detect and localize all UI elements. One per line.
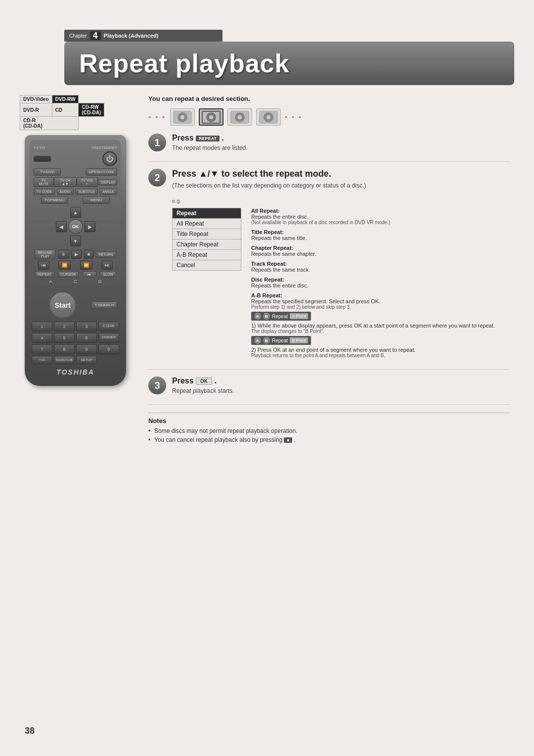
- dots-left: • • •: [148, 113, 166, 122]
- num-dimmer-btn[interactable]: DIMMER: [98, 333, 119, 343]
- notes-title: Notes: [148, 417, 509, 425]
- audio-btn[interactable]: AUDIO: [57, 189, 74, 195]
- remote-row-menu: TOPMENU MENU: [34, 196, 117, 204]
- menu-item-ab-repeat[interactable]: A-B Repeat: [172, 249, 241, 260]
- remote-row-transport: ⏮ ⏪ ⏩ ⏭: [34, 261, 117, 270]
- ab-display-a: A B Repeat A Point: [251, 312, 311, 321]
- tv-vol-btn[interactable]: TV VOL +-: [77, 177, 98, 187]
- stop-btn[interactable]: ■: [84, 250, 93, 259]
- remote-row-tv-io: TV I/O ON/STANDBY: [34, 145, 117, 150]
- disc-icon-4: [256, 108, 281, 126]
- numpad: 1 2 3 CLEAR 4 5 6 DIMMER 7 8 9 0 +10 MAI…: [32, 322, 119, 364]
- pause-btn[interactable]: ⏸: [58, 250, 69, 259]
- compat-dvd-video: DVD-Video: [20, 95, 52, 103]
- svg-point-8: [238, 115, 242, 119]
- power-btn[interactable]: ⏻: [102, 151, 117, 166]
- open-close-btn[interactable]: OPEN/CLOSE: [86, 168, 117, 176]
- slow-btn[interactable]: SLOW: [100, 271, 116, 278]
- num-4-btn[interactable]: 4: [32, 333, 52, 343]
- ab-repeat-desc: A-B Repeat: Repeats the specified segmen…: [251, 292, 509, 358]
- remote-row-tv-dvd: TV/DVD OPEN/CLOSE: [34, 168, 117, 176]
- section-label: Playback (Advanced): [104, 33, 159, 39]
- ok-btn[interactable]: OK: [68, 219, 83, 234]
- play-btn[interactable]: ▶: [71, 250, 82, 259]
- repeat-descs: All Repeat: Repeats the entire disc. (No…: [251, 208, 509, 362]
- tv-io-btn[interactable]: [34, 156, 51, 162]
- you-can-text: You can repeat a desired section.: [148, 95, 509, 102]
- page-number: 38: [25, 726, 35, 736]
- slow-fwd-btn[interactable]: ⏭: [83, 271, 96, 278]
- left-column: DVD-Video DVD-RW DVD-R CD CD-RW(CD-DA) C…: [20, 95, 138, 445]
- prev-btn[interactable]: ⏮: [38, 261, 49, 270]
- step-3-section: 3 Press OK . Repeat playback starts.: [148, 377, 509, 405]
- repeat-btn[interactable]: REPEAT: [35, 271, 54, 278]
- menu-item-all-repeat[interactable]: All Repeat: [172, 218, 241, 229]
- disc-icons-row: • • •: [148, 108, 509, 126]
- note-item-1: Some discs may not permit repeat playbac…: [148, 427, 509, 434]
- start-button[interactable]: Start: [49, 291, 76, 319]
- svg-point-2: [180, 115, 184, 119]
- dpad-right[interactable]: ▶: [85, 221, 95, 232]
- menu-item-title-repeat[interactable]: Title Repeat: [172, 229, 241, 239]
- remote-row-power: ⏻: [34, 151, 117, 166]
- menu-btn[interactable]: MENU: [83, 196, 110, 204]
- menu-item-cancel[interactable]: Cancel: [172, 260, 241, 271]
- num-0-btn[interactable]: 0: [98, 344, 119, 354]
- btn-a: A: [49, 279, 52, 284]
- btn-c: C: [74, 279, 77, 284]
- remote-control: TV I/O ON/STANDBY ⏻ TV/DVD OPEN/CLOSE TV…: [25, 135, 126, 386]
- dpad-left[interactable]: ◀: [56, 221, 67, 232]
- chapter-repeat-desc: Chapter Repeat: Repeats the same chapter…: [251, 245, 509, 257]
- top-menu-btn[interactable]: TOPMENU: [41, 196, 68, 204]
- tv-ch-btn[interactable]: TV CH ▲▼: [54, 177, 77, 187]
- compat-dvd-rw: DVD-RW: [52, 95, 79, 103]
- dpad-down[interactable]: ▼: [70, 236, 81, 246]
- all-repeat-desc: All Repeat: Repeats the entire disc. (No…: [251, 208, 509, 225]
- return-btn[interactable]: RETURN: [96, 251, 116, 258]
- fwd-btn[interactable]: ⏩: [80, 261, 92, 270]
- rew-btn[interactable]: ⏪: [58, 261, 71, 270]
- remote-row-abcd: A C D: [34, 279, 117, 284]
- step-1-content: Press REPEAT . The repeat modes are list…: [172, 134, 509, 154]
- menu-item-chapter-repeat[interactable]: Chapter Repeat: [172, 239, 241, 249]
- ab-step2-text: 2) Press OK at an end point of a segment…: [251, 347, 509, 353]
- step-2-circle: 2: [148, 169, 166, 187]
- resume-play-btn[interactable]: RESUMEPLAY: [35, 249, 55, 259]
- t-search-btn[interactable]: T.SEARCH: [91, 301, 117, 309]
- num-3-btn[interactable]: 3: [76, 322, 97, 331]
- step-3-title: Press OK .: [172, 377, 509, 385]
- num-2-btn[interactable]: 2: [54, 322, 75, 331]
- main-content: DVD-Video DVD-RW DVD-R CD CD-RW(CD-DA) C…: [20, 95, 514, 445]
- next-btn[interactable]: ⏭: [101, 261, 113, 270]
- disc-icon-3: [227, 108, 252, 126]
- notes-section: Notes Some discs may not permit repeat p…: [148, 413, 509, 443]
- num-plus10-btn[interactable]: +10: [32, 356, 52, 364]
- num-5-btn[interactable]: 5: [54, 333, 75, 343]
- num-setup-btn[interactable]: SETUP: [76, 356, 97, 364]
- repeat-menu-area: Repeat All Repeat Title Repeat Chapter R…: [172, 208, 509, 362]
- num-1-btn[interactable]: 1: [32, 322, 52, 331]
- dpad-up[interactable]: ▲: [70, 207, 81, 218]
- chapter-bar: Chapter 4 Playback (Advanced): [64, 30, 222, 42]
- dpad: ▲ ◀ OK ▶ ▼: [56, 207, 95, 246]
- angle-btn[interactable]: ANGLE: [99, 189, 117, 195]
- tv-mute-btn[interactable]: TV MUTE: [34, 177, 54, 187]
- step-2-section: 2 Press ▲/▼ to select the repeat mode. (…: [148, 169, 509, 370]
- ab-step1-text: 1) While the above display appears, pres…: [251, 323, 509, 329]
- num-clear-btn[interactable]: CLEAR: [98, 322, 119, 331]
- cursor-btn[interactable]: CURSOR: [58, 271, 79, 278]
- num-main-sub-btn[interactable]: MAIN/SUB: [54, 356, 75, 364]
- subtitle-btn[interactable]: SUBTITLE: [75, 189, 97, 195]
- menu-item-repeat[interactable]: Repeat: [172, 208, 241, 218]
- a-circle: A: [254, 313, 261, 320]
- tv-code-btn[interactable]: TV CODE: [34, 189, 55, 195]
- num-8-btn[interactable]: 8: [54, 344, 75, 354]
- num-7-btn[interactable]: 7: [32, 344, 52, 354]
- num-9-btn[interactable]: 9: [76, 344, 97, 354]
- tv-dvd-btn[interactable]: TV/DVD: [34, 168, 61, 176]
- step-1-section: 1 Press REPEAT . The repeat modes are li…: [148, 134, 509, 162]
- num-6-btn[interactable]: 6: [76, 333, 97, 343]
- dpad-container: ▲ ◀ OK ▶ ▼: [34, 207, 117, 246]
- remote-row-repeat: REPEAT CURSOR ⏭ SLOW: [34, 271, 117, 278]
- display-btn[interactable]: DISPLAY: [98, 179, 117, 186]
